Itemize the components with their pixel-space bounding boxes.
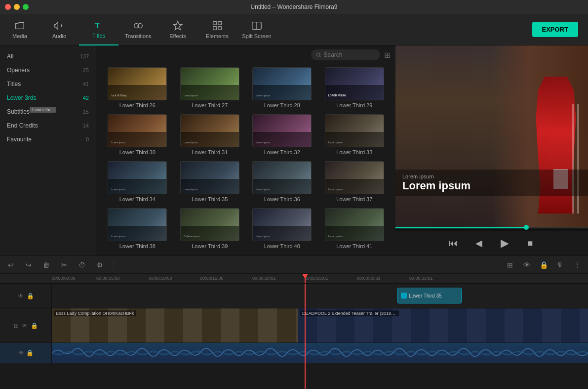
titlebar: Untitled – Wondershare Filmora9 xyxy=(0,0,588,14)
clock-button[interactable]: ⏱ xyxy=(76,259,88,271)
toolbar-item-titles[interactable]: T Titles xyxy=(79,14,118,45)
svg-rect-7 xyxy=(218,26,221,29)
toolbar-label-titles: Titles xyxy=(92,33,105,39)
timeline-view-button[interactable]: ⊞ xyxy=(504,259,516,271)
search-input-wrap[interactable] xyxy=(311,49,380,60)
toolbar-item-split-screen[interactable]: Split Screen xyxy=(237,14,276,45)
lt35-clip[interactable]: Lower Third 35 xyxy=(397,288,462,303)
thumb-lt39[interactable]: Caffeine ipsum Lower Third 39 xyxy=(174,205,246,252)
title-track-eye[interactable]: 👁 xyxy=(18,293,24,300)
preview-lt-line1: Lorem ipsum xyxy=(402,173,581,179)
svg-point-10 xyxy=(316,53,320,56)
settings-button[interactable]: ⚙ xyxy=(94,259,106,271)
timeline-more-button[interactable]: ⋮ xyxy=(571,259,583,271)
toolbar-label-transitions: Transitions xyxy=(125,33,151,39)
effects-icon xyxy=(172,20,183,31)
video-clip-1-label: Boss Lady Compilation OH0mKacHBFk xyxy=(54,310,136,316)
time-marker-20: 00:00:20:01 xyxy=(252,276,276,281)
thumb-lt39-label: Lower Third 39 xyxy=(192,243,228,249)
redo-button[interactable]: ↪ xyxy=(23,259,35,271)
preview-progress[interactable] xyxy=(395,227,588,228)
thumb-lt32-label: Lower Third 32 xyxy=(264,149,300,155)
grid-view-icon[interactable]: ⊞ xyxy=(384,50,391,60)
sidebar-item-all[interactable]: All 137 xyxy=(0,49,96,63)
audio-track: 👁 🔒 xyxy=(0,343,588,363)
export-button[interactable]: EXPORT xyxy=(532,22,578,37)
timeline-lock-button[interactable]: 🔒 xyxy=(538,259,549,271)
preview-lt-line2: Lorem ipsum xyxy=(402,179,581,192)
thumb-lt27[interactable]: Lorem ipsum Lower Third 27 xyxy=(174,64,246,111)
thumb-lt30[interactable]: Lorem ipsum Lower Third 30 xyxy=(101,111,174,158)
thumb-lt29[interactable]: LOREM IPSUM Lower Third 29 xyxy=(318,64,391,111)
thumb-lt37-label: Lower Third 37 xyxy=(336,196,372,202)
text-icon: T xyxy=(93,20,104,31)
lower-third-badge: Lower thi... xyxy=(30,107,56,113)
toolbar-item-audio[interactable]: Audio xyxy=(39,14,79,45)
sidebar-item-end-credits[interactable]: End Credits 14 xyxy=(0,119,96,132)
title-track-label: 👁 🔒 xyxy=(0,284,52,308)
time-marker-5: 00:00:05:00 xyxy=(96,276,120,281)
play-button[interactable]: ▶ xyxy=(497,235,512,251)
timeline-mic-button[interactable]: 🎙 xyxy=(554,259,566,271)
close-button[interactable] xyxy=(5,4,11,10)
toolbar-item-media[interactable]: Media xyxy=(0,14,39,45)
lt35-clip-label: Lower Third 35 xyxy=(409,293,442,299)
thumb-lt33[interactable]: Lorem ipsum Lower Third 33 xyxy=(318,111,391,158)
thumb-lt26[interactable]: Jack & Mary Lower Third 26 xyxy=(101,64,174,111)
toolbar: Media Audio T Titles Transitions Effects xyxy=(0,14,588,45)
toolbar-item-effects[interactable]: Effects xyxy=(158,14,197,45)
video-clip-2-label: DEADPOOL 2 Extended Teaser Trailer (2018… xyxy=(300,310,399,316)
thumb-lt30-label: Lower Third 30 xyxy=(119,149,156,155)
sidebar-item-lower3rds[interactable]: Lower 3rds 42 xyxy=(0,91,96,105)
time-marker-35: 00:00:35:01 xyxy=(409,276,433,281)
separator xyxy=(114,260,114,270)
thumb-lt40[interactable]: Lorem ipsum Lower Third 40 xyxy=(246,205,318,252)
timeline-area: ↩ ↪ 🗑 ✂ ⏱ ⚙ ⊞ 👁 🔒 🎙 ⋮ 00:00:00:00 00:00:… xyxy=(0,256,588,389)
sidebar-item-favourite[interactable]: Favourite 0 xyxy=(0,132,96,146)
minimize-button[interactable] xyxy=(14,4,20,10)
timeline-right-tools: ⊞ 👁 🔒 🎙 ⋮ xyxy=(504,259,583,271)
step-back-button[interactable]: ⏮ xyxy=(445,235,461,251)
audio-track-lock[interactable]: 🔒 xyxy=(26,349,34,356)
thumb-lt41[interactable]: Lorem ipsum Lower Third 41 xyxy=(318,205,391,252)
toolbar-item-elements[interactable]: Elements xyxy=(197,14,237,45)
toolbar-item-transitions[interactable]: Transitions xyxy=(118,14,158,45)
video-track-label: ⊞ 👁 🔒 xyxy=(0,308,52,343)
thumb-lt36[interactable]: Lorem ipsum Lower Third 36 xyxy=(246,158,318,205)
thumb-lt31-label: Lower Third 31 xyxy=(192,149,228,155)
undo-button[interactable]: ↩ xyxy=(5,259,17,271)
thumb-lt37[interactable]: Lorem ipsum Lower Third 37 xyxy=(318,158,391,205)
timeline-eye-button[interactable]: 👁 xyxy=(521,259,533,271)
thumb-lt34[interactable]: Lorem ipsum Lower Third 34 xyxy=(101,158,174,205)
video-track-content: Boss Lady Compilation OH0mKacHBFk DEADPO… xyxy=(52,308,588,343)
thumb-lt34-label: Lower Third 34 xyxy=(119,196,156,202)
thumb-lt28[interactable]: Lorem ipsum Lower Third 28 xyxy=(246,64,318,111)
video-clip-2[interactable]: DEADPOOL 2 Extended Teaser Trailer (2018… xyxy=(298,308,588,343)
video-clip-1[interactable]: Boss Lady Compilation OH0mKacHBFk xyxy=(52,308,298,343)
thumb-lt31[interactable]: Lorem ipsum Lower Third 31 xyxy=(174,111,246,158)
main-area: All 137 Openers 25 Titles 41 Lower 3rds … xyxy=(0,45,588,256)
video-track-lock[interactable]: 🔒 xyxy=(31,322,38,329)
sidebar-item-openers[interactable]: Openers 25 xyxy=(0,63,96,77)
thumb-lt35[interactable]: Lorem ipsum Lower Third 35 xyxy=(174,158,246,205)
sidebar-item-titles[interactable]: Titles 41 xyxy=(0,77,96,91)
timeline-ruler: 00:00:00:00 00:00:05:00 00:00:10:00 00:0… xyxy=(0,274,588,284)
thumb-lt32[interactable]: Lorem ipsum Lower Third 32 xyxy=(246,111,318,158)
video-track-eye[interactable]: 👁 xyxy=(22,322,28,329)
stop-button[interactable]: ■ xyxy=(522,235,538,251)
search-input[interactable] xyxy=(323,51,375,58)
toolbar-label-elements: Elements xyxy=(206,33,229,39)
delete-button[interactable]: 🗑 xyxy=(40,259,52,271)
maximize-button[interactable] xyxy=(23,4,29,10)
cut-button[interactable]: ✂ xyxy=(58,259,70,271)
ruler-playhead xyxy=(305,274,306,283)
svg-text:T: T xyxy=(95,21,100,29)
audio-track-eye[interactable]: 👁 xyxy=(18,349,24,356)
sidebar-item-subtitles[interactable]: Subtitles 15 Lower thi... xyxy=(0,105,96,119)
thumb-lt28-label: Lower Third 28 xyxy=(264,102,300,108)
preview-area: Lorem ipsum Lorem ipsum ⏮ ◀ ▶ ■ xyxy=(395,45,588,256)
video-track-view[interactable]: ⊞ xyxy=(14,322,19,329)
thumb-lt38[interactable]: Lorem ipsum Lower Third 38 xyxy=(101,205,174,252)
play-back-button[interactable]: ◀ xyxy=(471,235,487,251)
title-track-lock[interactable]: 🔒 xyxy=(27,293,34,300)
